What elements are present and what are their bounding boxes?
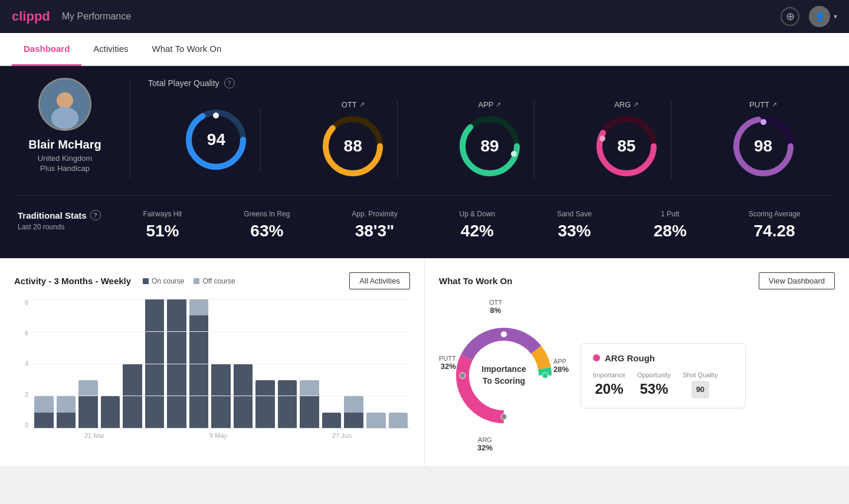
ott-ring-svg: 88 <box>320 114 385 179</box>
x-label-mar: 21 Mar <box>84 432 104 439</box>
plus-icon: ⊕ <box>786 10 795 23</box>
putt-score: 98 <box>754 137 772 156</box>
y4: 4 <box>25 360 28 367</box>
tab-activities[interactable]: Activities <box>81 33 140 66</box>
on-course-bar <box>189 315 209 429</box>
bar-group-2 <box>78 299 98 429</box>
view-dashboard-button[interactable]: View Dashboard <box>759 272 835 289</box>
stat-oneputt-label: 1 Putt <box>661 210 679 218</box>
donut-label-ott: OTT 8% <box>489 299 502 315</box>
ott-arrow: ↗ <box>359 101 365 108</box>
svg-point-5 <box>213 113 219 118</box>
y2: 2 <box>25 391 28 398</box>
header: clippd My Performance ⊕ 👤 ▾ <box>0 0 849 33</box>
off-course-bar <box>389 413 408 429</box>
legend-on-course: On course <box>143 277 184 285</box>
stat-updown-value: 42% <box>461 222 494 241</box>
user-menu[interactable]: 👤 ▾ <box>809 6 837 27</box>
arg-ring: ARG ↗ 85 <box>582 100 671 179</box>
info-card-metrics: Importance 20% Opportunity 53% Shot Qual… <box>593 371 733 398</box>
chevron-down-icon: ▾ <box>834 12 837 21</box>
chart-legend: On course Off course <box>143 277 235 285</box>
stat-fairways: Fairways Hit 51% <box>143 210 182 241</box>
on-course-label: On course <box>152 277 184 285</box>
bar-group-16 <box>389 299 408 429</box>
main-ring-svg: 94 <box>183 107 248 172</box>
app-label: APP ↗ <box>478 100 501 109</box>
work-content: Importance To Scoring OTT 8% APP 28% ARG… <box>439 299 835 452</box>
on-course-bar <box>278 380 297 429</box>
avatar[interactable]: 👤 <box>809 6 830 27</box>
svg-point-1 <box>57 92 73 108</box>
header-title: My Performance <box>62 11 131 22</box>
bar-group-3 <box>101 299 120 429</box>
stats-info-icon[interactable]: ? <box>90 210 101 220</box>
x-label-may: 9 May <box>209 432 227 439</box>
donut-chart: Importance To Scoring OTT 8% APP 28% ARG… <box>439 299 569 452</box>
stat-updown: Up & Down 42% <box>460 210 496 241</box>
chart-header-left: Activity - 3 Months - Weekly On course O… <box>14 276 235 286</box>
stat-fairways-label: Fairways Hit <box>143 210 182 218</box>
all-activities-button[interactable]: All Activities <box>349 272 410 289</box>
bar-group-4 <box>123 299 142 429</box>
chart-body: 8 6 4 2 0 <box>14 299 410 429</box>
bar-group-5 <box>145 299 165 429</box>
off-course-bar <box>78 380 98 397</box>
putt-ring: PUTT ↗ 98 <box>719 100 808 179</box>
header-right: ⊕ 👤 ▾ <box>781 6 837 27</box>
stat-proximity-value: 38'3" <box>355 222 395 241</box>
arg-score: 85 <box>617 137 635 156</box>
arg-ring-svg: 85 <box>594 114 659 179</box>
info-icon[interactable]: ? <box>224 78 235 88</box>
stat-proximity: App. Proximity 38'3" <box>352 210 397 241</box>
y8: 8 <box>25 299 28 306</box>
stat-updown-label: Up & Down <box>460 210 496 218</box>
svg-point-13 <box>599 136 605 141</box>
stat-scoring-value: 74.28 <box>754 222 795 241</box>
scores-section: Total Player Quality ? 94 <box>130 78 831 179</box>
ott-score: 88 <box>344 137 362 156</box>
ott-ring: OTT ↗ 88 <box>309 100 398 179</box>
app-ring-svg: 89 <box>457 114 522 179</box>
on-course-bar <box>34 413 54 429</box>
stat-scoring: Scoring Average 74.28 <box>749 210 801 241</box>
tab-dashboard[interactable]: Dashboard <box>12 33 81 66</box>
stats-label: Traditional Stats ? Last 20 rounds <box>18 210 112 231</box>
importance-value: 20% <box>595 381 623 397</box>
opportunity-value: 53% <box>640 381 668 397</box>
donut-label-app: APP 28% <box>553 358 569 374</box>
avatar-image: 👤 <box>815 12 825 21</box>
metric-importance: Importance 20% <box>593 371 625 398</box>
legend-off-course: Off course <box>194 277 235 285</box>
avatar <box>38 78 91 131</box>
info-card-title: ARG Rough <box>593 353 733 363</box>
hero-section: Blair McHarg United Kingdom Plus Handica… <box>0 66 849 258</box>
on-course-bar <box>255 380 275 429</box>
on-course-bar <box>344 413 363 429</box>
player-name: Blair McHarg <box>28 138 101 151</box>
off-course-bar <box>344 396 363 413</box>
metric-opportunity: Opportunity 53% <box>637 371 671 398</box>
ott-label: OTT ↗ <box>342 100 365 109</box>
x-labels: 21 Mar 9 May 27 Jun <box>14 429 410 439</box>
bar-group-6 <box>167 299 186 429</box>
bar-group-8 <box>211 299 231 429</box>
putt-arrow: ↗ <box>772 101 777 108</box>
opportunity-label: Opportunity <box>637 371 671 378</box>
bar-chart-area: 8 6 4 2 0 <box>14 299 410 452</box>
chart-title: Activity - 3 Months - Weekly <box>14 276 131 286</box>
bar-group-13 <box>322 299 342 429</box>
on-course-bar <box>57 413 76 429</box>
svg-point-16 <box>761 119 766 125</box>
donut-center-text: Importance To Scoring <box>481 364 526 387</box>
putt-label: PUTT ↗ <box>749 100 777 109</box>
add-button[interactable]: ⊕ <box>781 7 799 26</box>
chart-inner <box>32 299 410 429</box>
shot-quality-label: Shot Quality <box>683 371 718 378</box>
on-course-bar <box>123 364 142 429</box>
off-course-label: Off course <box>202 277 235 285</box>
stats-row: Traditional Stats ? Last 20 rounds Fairw… <box>18 195 831 241</box>
tab-what-to-work-on[interactable]: What To Work On <box>140 33 234 66</box>
on-course-bar <box>300 396 319 429</box>
scores-header: Total Player Quality ? <box>148 78 831 88</box>
